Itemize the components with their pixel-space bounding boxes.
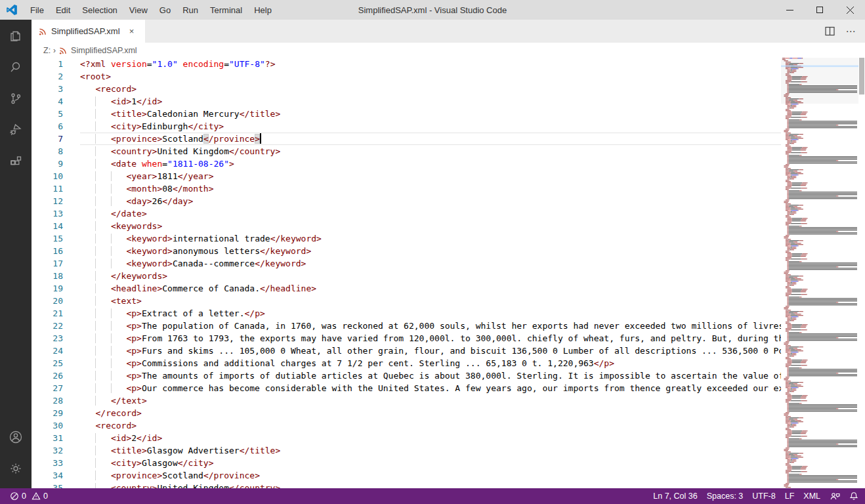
code-line[interactable]: 23 <p>From 1763 to 1793, the exports may… [32,332,781,345]
code-line[interactable]: 16 <keyword>anonymous letters</keyword> [32,245,781,257]
menu-bar: FileEditSelectionViewGoRunTerminalHelp [24,3,278,18]
problems-indicator[interactable]: 0 0 [7,488,51,504]
code-line[interactable]: 27 <p>Our commerce has become considerab… [32,382,781,394]
code-line[interactable]: 21 <p>Extract of a letter.</p> [32,307,781,320]
minimize-icon[interactable] [774,0,805,20]
code-line[interactable]: 9 <date when="1811-08-26"> [32,158,781,170]
line-number: 5 [32,108,80,120]
code-line[interactable]: 35 <country>United Kingdom</country> [32,482,781,488]
eol-setting[interactable]: LF [785,488,795,504]
close-icon[interactable] [835,0,865,20]
settings-gear-icon[interactable] [0,453,32,484]
explorer-icon[interactable] [0,20,32,51]
line-number: 28 [32,394,80,407]
line-number: 11 [32,182,80,195]
code-line[interactable]: 3 <record> [32,83,781,95]
code-line[interactable]: 5 <title>Caledonian Mercury</title> [32,108,781,120]
scrollbar-thumb[interactable] [859,58,864,94]
line-number: 27 [32,382,80,394]
code-line[interactable]: 25 <p>Commissions and additional charges… [32,357,781,369]
run-debug-icon[interactable] [0,114,32,146]
code-line[interactable]: 30 <record> [32,419,781,432]
text-cursor [260,133,261,144]
code-line[interactable]: 12 <day>26</day> [32,195,781,207]
line-number: 26 [32,369,80,382]
line-number: 18 [32,270,80,282]
line-number: 17 [32,257,80,270]
more-actions-icon[interactable]: ⋯ [841,23,860,40]
breadcrumb: Z: › SimplifiedSAP.xml [32,43,865,58]
notifications-bell-icon[interactable] [849,488,858,504]
code-line[interactable]: 11 <month>08</month> [32,182,781,195]
line-number: 30 [32,419,80,432]
encoding-setting[interactable]: UTF-8 [752,488,775,504]
line-number: 15 [32,232,80,245]
xml-file-icon [58,46,68,55]
indentation-setting[interactable]: Spaces: 3 [707,488,744,504]
cursor-position[interactable]: Ln 7, Col 36 [653,488,697,504]
menu-item-terminal[interactable]: Terminal [204,3,248,18]
code-line[interactable]: 31 <id>2</id> [32,432,781,444]
code-line[interactable]: 18 </keywords> [32,270,781,282]
line-number: 22 [32,320,80,332]
breadcrumb-drive[interactable]: Z: [43,46,51,55]
code-line[interactable]: 14 <keywords> [32,220,781,232]
tab-simplifiedsap-xml[interactable]: SimplifiedSAP.xml × [32,20,145,43]
code-line[interactable]: 1<?xml version="1.0" encoding="UTF-8"?> [32,58,781,70]
code-line[interactable]: 29 </record> [32,407,781,419]
title-bar: FileEditSelectionViewGoRunTerminalHelp S… [0,0,865,20]
menu-item-file[interactable]: File [24,3,50,18]
maximize-icon[interactable] [805,0,835,20]
source-control-icon[interactable] [0,83,32,114]
code-line[interactable]: 7 <province>Scotland</province> [32,133,781,145]
code-line[interactable]: 8 <country>United Kingdom</country> [32,145,781,158]
code-line[interactable]: 33 <city>Glasgow</city> [32,457,781,469]
menu-item-help[interactable]: Help [248,3,278,18]
code-line[interactable]: 20 <text> [32,295,781,307]
code-line[interactable]: 4 <id>1</id> [32,95,781,108]
code-line[interactable]: 15 <keyword>international trade</keyword… [32,232,781,245]
code-line[interactable]: 17 <keyword>Canada--commerce</keyword> [32,257,781,270]
feedback-icon[interactable] [830,488,840,504]
line-number: 32 [32,444,80,457]
code-line[interactable]: 10 <year>1811</year> [32,170,781,182]
activity-bar [0,20,32,488]
line-number: 31 [32,432,80,444]
breadcrumb-file[interactable]: SimplifiedSAP.xml [71,46,137,55]
menu-item-run[interactable]: Run [177,3,204,18]
line-number: 2 [32,70,80,83]
extensions-icon[interactable] [0,146,32,177]
code-line[interactable]: 34 <province>Scotland</province> [32,469,781,482]
line-number: 8 [32,145,80,158]
code-line[interactable]: 6 <city>Edinburgh</city> [32,120,781,133]
tab-close-icon[interactable]: × [125,25,138,38]
menu-item-go[interactable]: Go [154,3,177,18]
code-line[interactable]: 2<root> [32,70,781,83]
split-editor-icon[interactable] [820,23,839,40]
code-line[interactable]: 22 <p>The population of Canada, in 1760,… [32,320,781,332]
line-number: 24 [32,345,80,357]
search-icon[interactable] [0,51,32,83]
editor-scrollbar[interactable] [858,58,865,488]
line-number: 13 [32,207,80,220]
code-line[interactable]: 19 <headline>Commerce of Canada.</headli… [32,282,781,295]
language-mode[interactable]: XML [803,488,820,504]
line-number: 20 [32,295,80,307]
code-line[interactable]: 28 </text> [32,394,781,407]
code-editor[interactable]: 1<?xml version="1.0" encoding="UTF-8"?>2… [32,58,865,488]
accounts-icon[interactable] [0,421,32,453]
menu-item-edit[interactable]: Edit [50,3,76,18]
line-number: 23 [32,332,80,345]
code-line[interactable]: 13 </date> [32,207,781,220]
line-number: 3 [32,83,80,95]
code-line[interactable]: 32 <title>Glasgow Advertiser</title> [32,444,781,457]
line-number: 7 [32,133,80,145]
line-number: 35 [32,482,80,488]
line-number: 10 [32,170,80,182]
code-line[interactable]: 24 <p>Furs and skims ... 105,000 0 Wheat… [32,345,781,357]
line-number: 19 [32,282,80,295]
menu-item-selection[interactable]: Selection [76,3,123,18]
menu-item-view[interactable]: View [123,3,154,18]
code-line[interactable]: 26 <p>The amounts of imports of dutiable… [32,369,781,382]
minimap[interactable] [781,58,858,488]
